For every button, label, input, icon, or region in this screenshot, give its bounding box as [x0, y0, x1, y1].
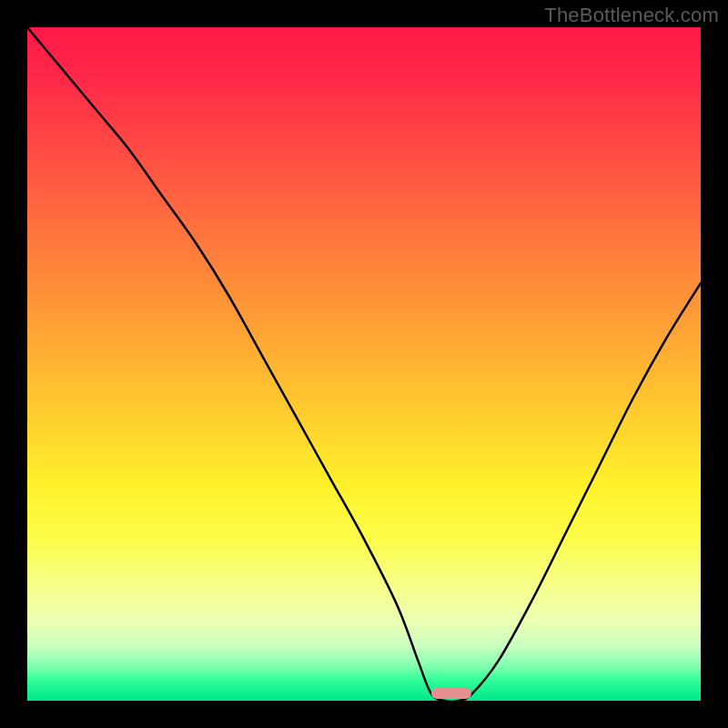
chart-frame: TheBottleneck.com	[0, 0, 728, 728]
watermark-label: TheBottleneck.com	[544, 4, 719, 27]
optimal-range-marker	[431, 688, 471, 699]
bottleneck-curve	[27, 27, 701, 701]
plot-area	[27, 27, 701, 701]
